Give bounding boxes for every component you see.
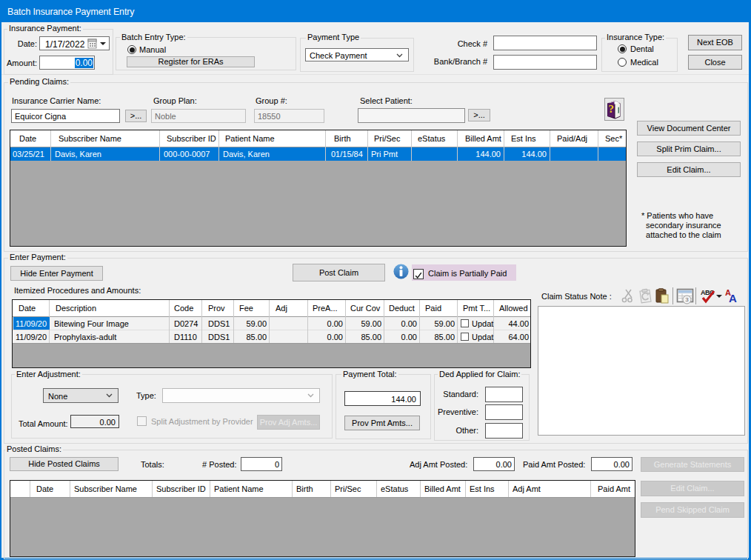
svg-text:A: A bbox=[729, 292, 737, 304]
svg-text:?: ? bbox=[609, 103, 615, 115]
svg-text:3: 3 bbox=[685, 296, 689, 303]
